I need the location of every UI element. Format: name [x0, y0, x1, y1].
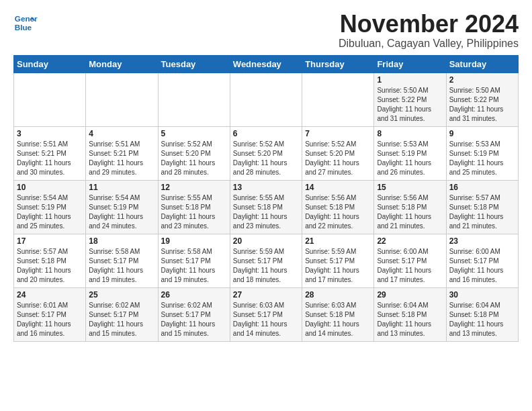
day-info: Sunrise: 5:50 AM Sunset: 5:22 PM Dayligh…: [377, 86, 443, 124]
day-number: 25: [89, 290, 154, 300]
svg-text:General: General: [15, 14, 38, 23]
calendar-cell: 4Sunrise: 5:51 AM Sunset: 5:21 PM Daylig…: [86, 126, 158, 180]
day-number: 23: [449, 236, 515, 246]
day-info: Sunrise: 5:57 AM Sunset: 5:18 PM Dayligh…: [17, 247, 83, 285]
day-info: Sunrise: 5:55 AM Sunset: 5:18 PM Dayligh…: [233, 193, 299, 231]
day-info: Sunrise: 6:01 AM Sunset: 5:17 PM Dayligh…: [17, 301, 83, 338]
day-info: Sunrise: 5:59 AM Sunset: 5:17 PM Dayligh…: [305, 247, 371, 285]
day-info: Sunrise: 6:02 AM Sunset: 5:17 PM Dayligh…: [89, 301, 154, 338]
calendar-cell: [86, 73, 158, 126]
day-number: 17: [17, 236, 83, 246]
day-info: Sunrise: 6:02 AM Sunset: 5:17 PM Dayligh…: [161, 301, 227, 338]
calendar-body: 1Sunrise: 5:50 AM Sunset: 5:22 PM Daylig…: [14, 73, 519, 341]
calendar-cell: 2Sunrise: 5:50 AM Sunset: 5:22 PM Daylig…: [446, 73, 518, 126]
calendar-cell: 6Sunrise: 5:52 AM Sunset: 5:20 PM Daylig…: [230, 126, 302, 180]
day-info: Sunrise: 5:56 AM Sunset: 5:18 PM Dayligh…: [377, 193, 443, 231]
calendar-cell: 19Sunrise: 5:58 AM Sunset: 5:17 PM Dayli…: [158, 234, 230, 287]
day-info: Sunrise: 5:51 AM Sunset: 5:21 PM Dayligh…: [17, 140, 83, 177]
calendar-cell: 28Sunrise: 6:03 AM Sunset: 5:18 PM Dayli…: [302, 287, 374, 341]
day-info: Sunrise: 5:54 AM Sunset: 5:19 PM Dayligh…: [17, 193, 83, 231]
calendar-cell: 5Sunrise: 5:52 AM Sunset: 5:20 PM Daylig…: [158, 126, 230, 180]
day-info: Sunrise: 6:03 AM Sunset: 5:18 PM Dayligh…: [305, 301, 371, 338]
day-info: Sunrise: 6:00 AM Sunset: 5:17 PM Dayligh…: [449, 247, 515, 285]
day-number: 10: [17, 183, 83, 192]
calendar-cell: 1Sunrise: 5:50 AM Sunset: 5:22 PM Daylig…: [374, 73, 446, 126]
weekday-header-saturday: Saturday: [446, 55, 518, 73]
calendar-cell: [302, 73, 374, 126]
weekday-header-wednesday: Wednesday: [230, 55, 302, 73]
calendar-week-5: 24Sunrise: 6:01 AM Sunset: 5:17 PM Dayli…: [14, 287, 519, 341]
day-number: 29: [377, 290, 443, 300]
calendar-cell: [158, 73, 230, 126]
day-number: 7: [305, 129, 371, 138]
calendar-cell: 15Sunrise: 5:56 AM Sunset: 5:18 PM Dayli…: [374, 180, 446, 234]
calendar-cell: [230, 73, 302, 126]
day-number: 12: [161, 183, 227, 192]
logo: General Blue: [13, 11, 38, 35]
day-number: 16: [449, 183, 515, 192]
weekday-header-tuesday: Tuesday: [158, 55, 230, 73]
day-number: 3: [17, 129, 83, 138]
calendar-cell: 10Sunrise: 5:54 AM Sunset: 5:19 PM Dayli…: [14, 180, 86, 234]
calendar-cell: 27Sunrise: 6:03 AM Sunset: 5:17 PM Dayli…: [230, 287, 302, 341]
calendar-cell: 25Sunrise: 6:02 AM Sunset: 5:17 PM Dayli…: [86, 287, 158, 341]
day-number: 8: [377, 129, 443, 138]
day-info: Sunrise: 6:04 AM Sunset: 5:18 PM Dayligh…: [377, 301, 443, 338]
calendar-week-1: 1Sunrise: 5:50 AM Sunset: 5:22 PM Daylig…: [14, 73, 519, 126]
day-info: Sunrise: 5:59 AM Sunset: 5:17 PM Dayligh…: [233, 247, 299, 285]
calendar-cell: 24Sunrise: 6:01 AM Sunset: 5:17 PM Dayli…: [14, 287, 86, 341]
day-number: 19: [161, 236, 227, 246]
weekday-header-thursday: Thursday: [302, 55, 374, 73]
calendar-week-2: 3Sunrise: 5:51 AM Sunset: 5:21 PM Daylig…: [14, 126, 519, 180]
calendar-cell: 22Sunrise: 6:00 AM Sunset: 5:17 PM Dayli…: [374, 234, 446, 287]
day-number: 20: [233, 236, 299, 246]
day-info: Sunrise: 5:50 AM Sunset: 5:22 PM Dayligh…: [449, 86, 515, 124]
svg-text:Blue: Blue: [15, 23, 32, 32]
day-info: Sunrise: 5:52 AM Sunset: 5:20 PM Dayligh…: [305, 140, 371, 177]
day-info: Sunrise: 5:57 AM Sunset: 5:18 PM Dayligh…: [449, 193, 515, 231]
day-number: 11: [89, 183, 154, 192]
day-number: 26: [161, 290, 227, 300]
calendar-cell: 7Sunrise: 5:52 AM Sunset: 5:20 PM Daylig…: [302, 126, 374, 180]
day-info: Sunrise: 6:04 AM Sunset: 5:18 PM Dayligh…: [449, 301, 515, 338]
day-info: Sunrise: 5:58 AM Sunset: 5:17 PM Dayligh…: [89, 247, 154, 285]
day-info: Sunrise: 5:55 AM Sunset: 5:18 PM Dayligh…: [161, 193, 227, 231]
weekday-header-sunday: Sunday: [14, 55, 86, 73]
calendar-cell: 8Sunrise: 5:53 AM Sunset: 5:19 PM Daylig…: [374, 126, 446, 180]
day-info: Sunrise: 5:51 AM Sunset: 5:21 PM Dayligh…: [89, 140, 154, 177]
day-info: Sunrise: 5:54 AM Sunset: 5:19 PM Dayligh…: [89, 193, 154, 231]
day-number: 15: [377, 183, 443, 192]
calendar-cell: 21Sunrise: 5:59 AM Sunset: 5:17 PM Dayli…: [302, 234, 374, 287]
calendar-cell: 12Sunrise: 5:55 AM Sunset: 5:18 PM Dayli…: [158, 180, 230, 234]
calendar-week-4: 17Sunrise: 5:57 AM Sunset: 5:18 PM Dayli…: [14, 234, 519, 287]
weekday-header-friday: Friday: [374, 55, 446, 73]
calendar-cell: 29Sunrise: 6:04 AM Sunset: 5:18 PM Dayli…: [374, 287, 446, 341]
day-number: 4: [89, 129, 154, 138]
day-number: 22: [377, 236, 443, 246]
calendar-cell: 18Sunrise: 5:58 AM Sunset: 5:17 PM Dayli…: [86, 234, 158, 287]
calendar-cell: 26Sunrise: 6:02 AM Sunset: 5:17 PM Dayli…: [158, 287, 230, 341]
location-title: Dibuluan, Cagayan Valley, Philippines: [339, 38, 519, 50]
calendar-cell: 13Sunrise: 5:55 AM Sunset: 5:18 PM Dayli…: [230, 180, 302, 234]
title-block: November 2024 Dibuluan, Cagayan Valley, …: [339, 11, 519, 50]
calendar-cell: 9Sunrise: 5:53 AM Sunset: 5:19 PM Daylig…: [446, 126, 518, 180]
logo-icon: General Blue: [13, 11, 38, 35]
calendar-cell: 3Sunrise: 5:51 AM Sunset: 5:21 PM Daylig…: [14, 126, 86, 180]
day-number: 28: [305, 290, 371, 300]
calendar-header-row: SundayMondayTuesdayWednesdayThursdayFrid…: [14, 55, 519, 73]
calendar-cell: 14Sunrise: 5:56 AM Sunset: 5:18 PM Dayli…: [302, 180, 374, 234]
calendar-cell: 30Sunrise: 6:04 AM Sunset: 5:18 PM Dayli…: [446, 287, 518, 341]
day-info: Sunrise: 5:53 AM Sunset: 5:19 PM Dayligh…: [377, 140, 443, 177]
day-number: 13: [233, 183, 299, 192]
day-number: 24: [17, 290, 83, 300]
month-title: November 2024: [339, 11, 519, 38]
calendar-table: SundayMondayTuesdayWednesdayThursdayFrid…: [13, 55, 519, 342]
day-info: Sunrise: 5:52 AM Sunset: 5:20 PM Dayligh…: [233, 140, 299, 177]
day-number: 1: [377, 75, 443, 85]
calendar-cell: 20Sunrise: 5:59 AM Sunset: 5:17 PM Dayli…: [230, 234, 302, 287]
calendar-cell: 17Sunrise: 5:57 AM Sunset: 5:18 PM Dayli…: [14, 234, 86, 287]
day-info: Sunrise: 5:56 AM Sunset: 5:18 PM Dayligh…: [305, 193, 371, 231]
day-number: 30: [449, 290, 515, 300]
page-header: General Blue November 2024 Dibuluan, Cag…: [13, 11, 519, 50]
calendar-cell: [14, 73, 86, 126]
